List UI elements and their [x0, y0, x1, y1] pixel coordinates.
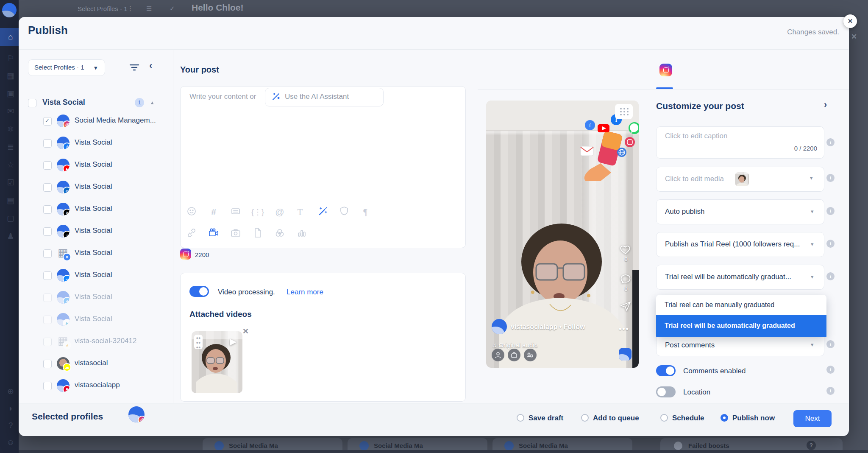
- close-modal-button[interactable]: ✕: [843, 14, 857, 28]
- shield-icon[interactable]: [338, 206, 351, 218]
- megaphone-icon[interactable]: ⚐: [3, 52, 18, 64]
- profile-row[interactable]: Vista Social: [19, 220, 171, 242]
- profile-checkbox[interactable]: [43, 227, 52, 236]
- follow-button[interactable]: Follow: [564, 323, 585, 330]
- profile-row[interactable]: Vista Social: [19, 286, 171, 308]
- chevron-up-icon[interactable]: ▾: [151, 100, 154, 106]
- dismiss-toast-icon[interactable]: ✕: [851, 32, 857, 41]
- profile-row[interactable]: Social Media Managem...: [19, 110, 171, 132]
- info-icon[interactable]: [826, 240, 835, 248]
- profile-row[interactable]: Vista Social: [19, 154, 171, 176]
- share-icon[interactable]: [620, 301, 632, 313]
- next-button[interactable]: Next: [793, 410, 832, 427]
- home-icon[interactable]: ⌂: [3, 31, 18, 43]
- auto-publish-select[interactable]: Auto publish ▾: [656, 199, 824, 224]
- tasks-icon[interactable]: ☑: [3, 176, 18, 189]
- feedback-smiley-icon[interactable]: ☺: [3, 436, 18, 449]
- profile-row[interactable]: Vista Social: [19, 176, 171, 198]
- link-icon[interactable]: [185, 227, 198, 240]
- help-icon[interactable]: ?: [807, 441, 816, 450]
- remove-video-icon[interactable]: ✕: [242, 327, 249, 336]
- snippets-icon[interactable]: [229, 206, 242, 218]
- location-toggle[interactable]: [656, 386, 676, 397]
- dropdown-option[interactable]: Trial reel can be manually graduated: [656, 295, 826, 315]
- preview-username-row[interactable]: vistasocialapp • Follow: [511, 323, 585, 331]
- hashtag-icon[interactable]: #: [207, 206, 220, 218]
- save-draft-radio[interactable]: [517, 414, 524, 422]
- profile-row[interactable]: vista-social-320412: [19, 330, 171, 352]
- info-icon[interactable]: [826, 174, 835, 182]
- profile-row[interactable]: Vista Social: [19, 264, 171, 286]
- notifications-icon[interactable]: ◗: [3, 402, 18, 415]
- more-options-icon[interactable]: •••: [619, 324, 629, 333]
- media-icon[interactable]: ▣: [3, 87, 18, 100]
- profile-row[interactable]: Vista Social: [19, 242, 171, 264]
- profile-checkbox[interactable]: [43, 249, 52, 258]
- filter-icon[interactable]: [129, 63, 140, 72]
- blend-icon[interactable]: [273, 227, 286, 240]
- shop-icon[interactable]: [508, 349, 520, 361]
- profile-checkbox[interactable]: [43, 360, 52, 368]
- library-icon[interactable]: ▢: [3, 212, 18, 225]
- profile-row[interactable]: Vista Social: [19, 308, 171, 330]
- schedule-radio[interactable]: [660, 414, 668, 422]
- reports-icon[interactable]: ▤: [3, 194, 18, 207]
- publish-now-radio[interactable]: [721, 414, 728, 422]
- group-checkbox[interactable]: [28, 99, 36, 107]
- comment-icon[interactable]: [620, 274, 632, 286]
- reviews-icon[interactable]: ☆: [3, 159, 18, 171]
- dropdown-option-selected[interactable]: Trial reel will be automatically graduat…: [656, 315, 826, 337]
- camera-icon[interactable]: [229, 227, 242, 240]
- profile-checkbox[interactable]: [43, 139, 52, 148]
- attached-video-thumbnail[interactable]: ●●●●●● ▶: [192, 331, 242, 393]
- info-icon[interactable]: [826, 207, 835, 215]
- video-processing-toggle[interactable]: [189, 286, 209, 297]
- media-field[interactable]: Click to edit media ▾: [656, 167, 824, 192]
- like-icon[interactable]: [620, 244, 632, 257]
- comments-enabled-toggle[interactable]: [656, 365, 676, 376]
- caption-field[interactable]: Click to edit caption 0 / 2200: [656, 126, 824, 159]
- collapse-panel-icon[interactable]: ‹: [149, 60, 152, 71]
- profile-checkbox[interactable]: [43, 117, 52, 126]
- ai-wand-icon[interactable]: [317, 206, 329, 218]
- profile-row[interactable]: Vista Social: [19, 198, 171, 220]
- trial-reel-select[interactable]: Publish as Trial Reel (1000 followers re…: [656, 232, 824, 257]
- info-icon[interactable]: [826, 366, 835, 374]
- select-profiles-dropdown[interactable]: Select Profiles · 1 ▾: [28, 59, 105, 76]
- tag-people-icon[interactable]: [492, 349, 504, 361]
- add-icon[interactable]: ⊕: [3, 385, 18, 398]
- listening-icon[interactable]: ≣: [3, 141, 18, 154]
- video-icon[interactable]: [207, 227, 220, 240]
- inbox-icon[interactable]: ✉: [3, 105, 18, 118]
- mention-icon[interactable]: @: [273, 206, 286, 218]
- info-icon[interactable]: [826, 272, 835, 280]
- help-circle-icon[interactable]: ?: [3, 419, 18, 432]
- play-icon[interactable]: ▶: [230, 336, 236, 347]
- grid-view-button[interactable]: [615, 104, 633, 119]
- profile-checkbox[interactable]: [43, 161, 52, 170]
- document-icon[interactable]: [251, 227, 264, 240]
- connections-icon[interactable]: ⚛: [3, 123, 18, 136]
- text-format-icon[interactable]: T: [294, 206, 306, 218]
- add-to-queue-radio[interactable]: [581, 414, 589, 422]
- emoji-icon[interactable]: [185, 206, 198, 218]
- bg-menu-icon[interactable]: ☰: [146, 5, 152, 12]
- paragraph-icon[interactable]: ¶: [359, 206, 372, 218]
- profile-checkbox[interactable]: [43, 205, 52, 214]
- tab-instagram[interactable]: [659, 64, 672, 76]
- profile-checkbox[interactable]: [43, 271, 52, 280]
- collab-icon[interactable]: [524, 349, 537, 361]
- learn-more-link[interactable]: Learn more: [287, 288, 323, 296]
- drag-handle-icon[interactable]: ●●●●●●: [194, 335, 203, 349]
- profile-row[interactable]: vistasocial: [19, 352, 171, 375]
- profile-row[interactable]: vistasocialapp: [19, 375, 171, 397]
- bg-filter-icon[interactable]: ⋮: [127, 5, 134, 12]
- ai-assistant-button[interactable]: Use the AI Assistant: [265, 88, 384, 106]
- expand-customize-icon[interactable]: ›: [824, 99, 827, 110]
- bg-select-profiles-button[interactable]: Select Profiles · 1: [78, 5, 128, 12]
- info-icon[interactable]: [826, 340, 835, 348]
- post-editor[interactable]: [180, 86, 466, 248]
- profile-row[interactable]: Vista Social: [19, 132, 171, 154]
- info-icon[interactable]: [826, 138, 835, 146]
- info-icon[interactable]: [826, 387, 835, 395]
